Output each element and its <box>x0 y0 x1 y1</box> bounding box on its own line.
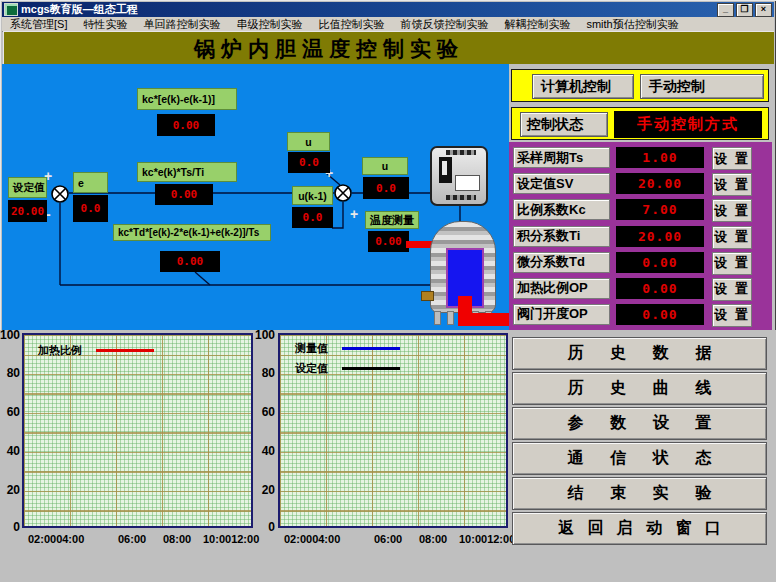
param-row-td: 微分系数Td 0.00 设 置 <box>509 252 772 273</box>
p-term-value: 0.00 <box>157 114 215 136</box>
controller-instrument <box>430 146 488 206</box>
menu-single-loop-exp[interactable]: 单回路控制实验 <box>135 17 228 32</box>
minimize-button[interactable]: _ <box>717 3 734 17</box>
x-tick: 02:0004:00 <box>284 533 340 545</box>
window-controls: _ ❐ × <box>717 3 774 17</box>
mcgs-window: mcgs教育版—组态工程 _ ❐ × 系统管理[S] 特性实验 单回路控制实验 … <box>0 0 776 582</box>
junction2-plus-bottom-sign: + <box>350 208 358 220</box>
comm-status-button[interactable]: 通 信 状 态 <box>512 442 767 475</box>
legend-label: 设定值 <box>295 361 328 376</box>
menu-ratio-exp[interactable]: 比值控制实验 <box>310 17 392 32</box>
param-label: 设定值SV <box>513 173 610 194</box>
u-top-value: 0.0 <box>288 152 330 173</box>
y-tick: 20 <box>0 483 20 497</box>
set-button-td[interactable]: 设 置 <box>712 252 752 275</box>
y-tick: 0 <box>255 520 275 534</box>
heat-ratio-chart <box>22 333 253 528</box>
control-status-value: 手动控制方式 <box>614 111 762 138</box>
control-panel: 计算机控制 手动控制 控制状态 手动控制方式 采样周期Ts 1.00 设 置 设… <box>509 64 774 330</box>
set-button-ti[interactable]: 设 置 <box>712 226 752 249</box>
y-tick: 100 <box>0 328 20 342</box>
y-tick: 0 <box>0 520 20 534</box>
x-tick: 02:0004:00 <box>28 533 84 545</box>
x-tick: 06:00 <box>374 533 402 545</box>
setpoint-value: 20.00 <box>8 200 47 222</box>
menu-characteristic-exp[interactable]: 特性实验 <box>75 17 135 32</box>
black-line-sample <box>342 367 400 370</box>
x-tick: 08:00 <box>163 533 191 545</box>
set-button-sv[interactable]: 设 置 <box>712 173 752 196</box>
u-out-label: u <box>362 157 408 175</box>
param-value: 20.00 <box>616 173 704 194</box>
chart2-legend-measure: 测量值 <box>295 341 400 356</box>
set-button-valve-op[interactable]: 设 置 <box>712 304 752 327</box>
window-title: mcgs教育版—组态工程 <box>21 2 138 17</box>
legend-label: 测量值 <box>295 341 328 356</box>
x-tick: 10:0012:00 <box>203 533 259 545</box>
red-line-sample <box>96 349 154 352</box>
app-icon <box>4 3 18 16</box>
u-prev-value: 0.0 <box>292 207 333 228</box>
setpoint-label: 设定值 <box>8 177 47 198</box>
param-label: 积分系数Ti <box>513 226 610 247</box>
param-value: 0.00 <box>616 278 704 299</box>
param-settings-button[interactable]: 参 数 设 置 <box>512 407 767 440</box>
x-tick: 06:00 <box>118 533 146 545</box>
legend-label: 加热比例 <box>38 343 82 358</box>
set-button-heat-op[interactable]: 设 置 <box>712 278 752 301</box>
error-label: e <box>73 172 108 193</box>
boiler-valve <box>421 291 434 301</box>
param-value: 0.00 <box>616 252 704 273</box>
close-button[interactable]: × <box>755 3 772 17</box>
page-header: 锅炉内胆温度控制实验 <box>3 31 774 66</box>
param-value: 7.00 <box>616 199 704 220</box>
param-row-valve-op: 阀门开度OP 0.00 设 置 <box>509 304 772 325</box>
error-value: 0.0 <box>73 195 108 222</box>
history-data-button[interactable]: 历 史 数 据 <box>512 337 767 370</box>
end-experiment-button[interactable]: 结 束 实 验 <box>512 477 767 510</box>
param-value: 1.00 <box>616 147 704 168</box>
d-term-value: 0.00 <box>160 251 220 272</box>
d-term-formula: kc*Td*[e(k)-2*e(k-1)+e(k-2)]/Ts <box>113 224 271 241</box>
chart2-legend-setpoint: 设定值 <box>295 361 400 376</box>
i-term-formula: kc*e(k)*Ts/Ti <box>137 162 237 182</box>
outlet-pipe-horizontal <box>458 313 512 326</box>
y-tick: 40 <box>0 444 20 458</box>
menu-bar: 系统管理[S] 特性实验 单回路控制实验 串级控制实验 比值控制实验 前馈反馈控… <box>2 17 774 32</box>
menu-smith-exp[interactable]: smith预估控制实验 <box>578 17 686 32</box>
control-mode-box: 计算机控制 手动控制 <box>511 69 769 102</box>
bottom-panel: 100 80 60 40 20 0 加热比例 02:0004:00 06:00 … <box>0 330 776 582</box>
x-tick: 10:0012:00 <box>459 533 515 545</box>
param-row-sv: 设定值SV 20.00 设 置 <box>509 173 772 194</box>
menu-feedforward-exp[interactable]: 前馈反馈控制实验 <box>392 17 496 32</box>
title-bar: mcgs教育版—组态工程 _ ❐ × <box>2 2 774 17</box>
restore-button[interactable]: ❐ <box>736 3 753 17</box>
y-tick: 20 <box>255 483 275 497</box>
y-tick: 100 <box>255 328 275 342</box>
param-label: 微分系数Td <box>513 252 610 273</box>
computer-control-button[interactable]: 计算机控制 <box>532 74 634 99</box>
control-diagram-panel: + - + + 设定值 20.00 e 0.0 kc*[e(k)-e(k-1)]… <box>2 64 509 330</box>
param-value: 0.00 <box>616 304 704 325</box>
param-value: 20.00 <box>616 226 704 247</box>
x-tick: 08:00 <box>419 533 447 545</box>
set-button-ts[interactable]: 设 置 <box>712 147 752 170</box>
i-term-value: 0.00 <box>155 184 213 205</box>
history-curve-button[interactable]: 历 史 曲 线 <box>512 372 767 405</box>
param-label: 采样周期Ts <box>513 147 610 168</box>
page-title: 锅炉内胆温度控制实验 <box>194 35 464 63</box>
control-status-box: 控制状态 手动控制方式 <box>511 107 769 140</box>
set-button-kc[interactable]: 设 置 <box>712 199 752 222</box>
temp-measure-label: 温度测量 <box>365 211 419 229</box>
blue-line-sample <box>342 347 400 350</box>
temp-measure-value: 0.00 <box>368 231 409 252</box>
return-start-window-button[interactable]: 返 回 启 动 窗 口 <box>512 512 767 545</box>
param-row-ts: 采样周期Ts 1.00 设 置 <box>509 147 772 168</box>
menu-decoupling-exp[interactable]: 解耦控制实验 <box>496 17 578 32</box>
menu-cascade-exp[interactable]: 串级控制实验 <box>228 17 310 32</box>
u-out-value: 0.0 <box>363 177 409 199</box>
chart1-legend: 加热比例 <box>38 343 154 358</box>
menu-system-manage[interactable]: 系统管理[S] <box>2 17 75 32</box>
manual-control-button[interactable]: 手动控制 <box>640 74 764 99</box>
u-prev-label: u(k-1) <box>292 186 333 205</box>
